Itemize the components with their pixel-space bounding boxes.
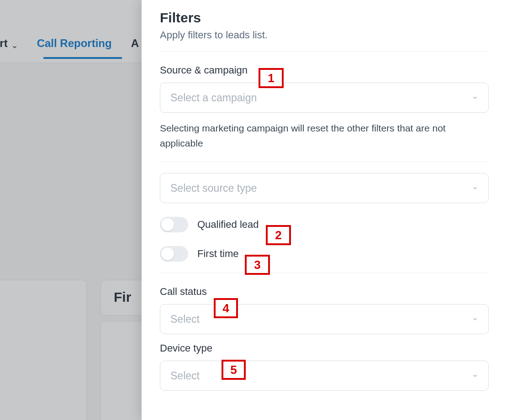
campaign-select[interactable]: Select a campaign — [160, 83, 489, 113]
divider — [160, 273, 489, 273]
toggle-knob — [161, 247, 174, 260]
device-type-label: Device type — [160, 342, 489, 354]
chevron-down-icon — [472, 373, 478, 379]
panel-title: Filters — [160, 10, 489, 26]
campaign-helper-text: Selecting marketing campaign will reset … — [160, 121, 489, 162]
filters-panel: Filters Apply filters to leads list. Sou… — [142, 0, 507, 420]
source-type-select-placeholder: Select source type — [170, 182, 257, 194]
first-time-toggle[interactable] — [160, 246, 188, 262]
toggle-knob — [161, 218, 174, 231]
qualified-lead-toggle[interactable] — [160, 217, 188, 232]
qualified-lead-row: Qualified lead — [160, 217, 489, 232]
campaign-select-placeholder: Select a campaign — [170, 92, 257, 104]
chevron-down-icon — [472, 94, 478, 101]
device-type-select-placeholder: Select — [170, 370, 200, 382]
chevron-down-icon — [472, 316, 478, 322]
chevron-down-icon — [472, 185, 478, 191]
device-type-select[interactable]: Select — [160, 361, 489, 391]
call-status-label: Call status — [160, 286, 489, 298]
call-status-select[interactable]: Select — [160, 304, 489, 334]
first-time-row: First time — [160, 246, 489, 262]
call-status-select-placeholder: Select — [170, 313, 200, 326]
panel-subtitle: Apply filters to leads list. — [160, 29, 489, 41]
qualified-lead-label: Qualified lead — [197, 219, 259, 231]
filters-body: Source & campaign Select a campaign Sele… — [160, 52, 489, 420]
filters-header: Filters Apply filters to leads list. — [160, 10, 489, 52]
source-campaign-label: Source & campaign — [160, 64, 489, 76]
source-type-select[interactable]: Select source type — [160, 173, 489, 203]
first-time-label: First time — [197, 248, 238, 260]
